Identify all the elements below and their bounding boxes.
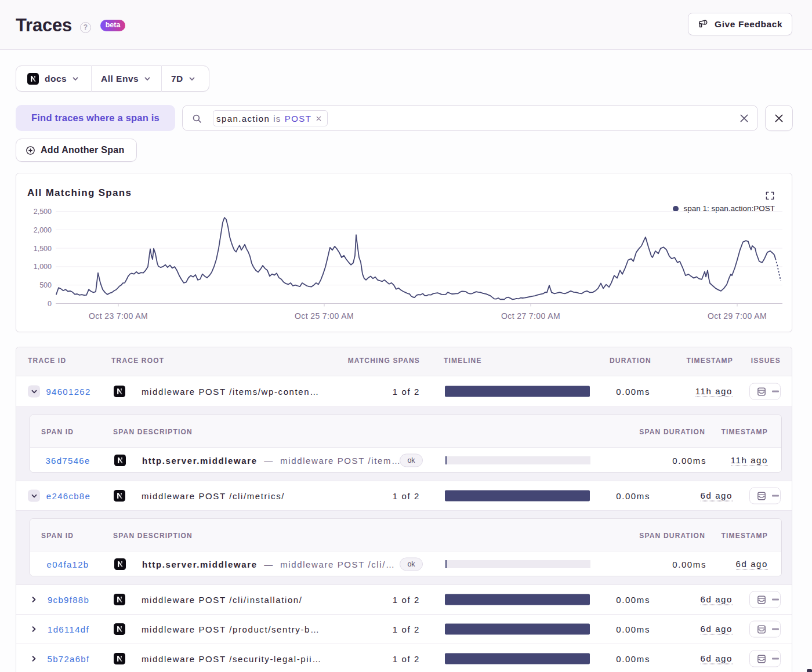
svg-text:2,500: 2,500 [34, 208, 52, 216]
svg-text:Oct 25 7:00 AM: Oct 25 7:00 AM [295, 311, 354, 321]
svg-text:500: 500 [39, 281, 52, 289]
svg-text:Oct 29 7:00 AM: Oct 29 7:00 AM [708, 311, 767, 321]
svg-text:1,500: 1,500 [34, 245, 52, 253]
svg-text:2,000: 2,000 [34, 226, 52, 234]
svg-text:Oct 27 7:00 AM: Oct 27 7:00 AM [501, 311, 560, 321]
svg-text:1,000: 1,000 [34, 263, 52, 271]
svg-text:Oct 23 7:00 AM: Oct 23 7:00 AM [89, 311, 148, 321]
svg-text:0: 0 [48, 300, 52, 308]
